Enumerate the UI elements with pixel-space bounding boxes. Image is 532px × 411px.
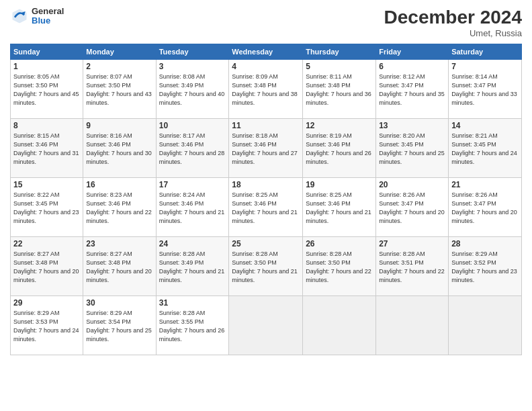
day-info: Sunrise: 8:27 AM Sunset: 3:48 PM Dayligh… [13, 250, 80, 285]
day-cell: 13Sunrise: 8:20 AM Sunset: 3:45 PM Dayli… [376, 119, 449, 178]
day-number: 8 [13, 121, 80, 130]
day-cell: 9Sunrise: 8:16 AM Sunset: 3:46 PM Daylig… [83, 119, 156, 178]
day-cell: 11Sunrise: 8:18 AM Sunset: 3:46 PM Dayli… [229, 119, 303, 178]
day-cell [303, 296, 376, 355]
day-info: Sunrise: 8:21 AM Sunset: 3:45 PM Dayligh… [451, 132, 519, 167]
col-header-wednesday: Wednesday [229, 44, 303, 60]
day-number: 30 [86, 298, 152, 308]
day-info: Sunrise: 8:29 AM Sunset: 3:52 PM Dayligh… [451, 250, 519, 285]
day-info: Sunrise: 8:28 AM Sunset: 3:51 PM Dayligh… [379, 250, 445, 285]
day-number: 28 [451, 239, 519, 248]
day-info: Sunrise: 8:12 AM Sunset: 3:47 PM Dayligh… [379, 73, 445, 107]
day-cell: 16Sunrise: 8:23 AM Sunset: 3:46 PM Dayli… [83, 178, 156, 237]
day-cell: 8Sunrise: 8:15 AM Sunset: 3:46 PM Daylig… [11, 119, 83, 178]
col-header-sunday: Sunday [11, 44, 83, 60]
week-row-4: 22Sunrise: 8:27 AM Sunset: 3:48 PM Dayli… [11, 237, 522, 296]
day-number: 17 [159, 180, 226, 189]
day-number: 24 [159, 239, 226, 248]
day-number: 19 [306, 180, 373, 189]
day-cell: 17Sunrise: 8:24 AM Sunset: 3:46 PM Dayli… [156, 178, 229, 237]
day-number: 26 [306, 239, 373, 248]
day-cell [376, 296, 449, 355]
day-number: 3 [159, 62, 226, 71]
day-cell: 1Sunrise: 8:05 AM Sunset: 3:50 PM Daylig… [11, 60, 83, 119]
day-cell: 25Sunrise: 8:28 AM Sunset: 3:50 PM Dayli… [229, 237, 303, 296]
header-row: SundayMondayTuesdayWednesdayThursdayFrid… [11, 44, 522, 60]
col-header-tuesday: Tuesday [156, 44, 229, 60]
day-info: Sunrise: 8:28 AM Sunset: 3:49 PM Dayligh… [159, 250, 226, 285]
day-info: Sunrise: 8:25 AM Sunset: 3:46 PM Dayligh… [232, 191, 300, 226]
calendar-table: SundayMondayTuesdayWednesdayThursdayFrid… [10, 44, 522, 355]
day-cell: 15Sunrise: 8:22 AM Sunset: 3:45 PM Dayli… [11, 178, 83, 237]
day-cell: 27Sunrise: 8:28 AM Sunset: 3:51 PM Dayli… [376, 237, 449, 296]
day-info: Sunrise: 8:23 AM Sunset: 3:46 PM Dayligh… [86, 191, 152, 226]
day-cell: 31Sunrise: 8:28 AM Sunset: 3:55 PM Dayli… [156, 296, 229, 355]
day-info: Sunrise: 8:28 AM Sunset: 3:50 PM Dayligh… [232, 250, 300, 285]
day-info: Sunrise: 8:24 AM Sunset: 3:46 PM Dayligh… [159, 191, 226, 226]
day-number: 1 [13, 62, 80, 71]
logo-general: General [32, 7, 64, 16]
col-header-thursday: Thursday [303, 44, 376, 60]
day-cell: 22Sunrise: 8:27 AM Sunset: 3:48 PM Dayli… [11, 237, 83, 296]
day-cell: 6Sunrise: 8:12 AM Sunset: 3:47 PM Daylig… [376, 60, 449, 119]
day-cell: 14Sunrise: 8:21 AM Sunset: 3:45 PM Dayli… [449, 119, 522, 178]
day-number: 12 [306, 121, 373, 130]
day-number: 27 [379, 239, 445, 248]
day-number: 11 [232, 121, 300, 130]
day-cell [449, 296, 522, 355]
day-info: Sunrise: 8:27 AM Sunset: 3:48 PM Dayligh… [86, 250, 152, 285]
day-cell: 7Sunrise: 8:14 AM Sunset: 3:47 PM Daylig… [449, 60, 522, 119]
day-info: Sunrise: 8:05 AM Sunset: 3:50 PM Dayligh… [13, 73, 80, 107]
day-info: Sunrise: 8:22 AM Sunset: 3:45 PM Dayligh… [13, 191, 80, 226]
title-section: December 2024 Umet, Russia [384, 7, 522, 38]
day-info: Sunrise: 8:18 AM Sunset: 3:46 PM Dayligh… [232, 132, 300, 167]
day-info: Sunrise: 8:09 AM Sunset: 3:48 PM Dayligh… [232, 73, 300, 107]
day-cell: 29Sunrise: 8:29 AM Sunset: 3:53 PM Dayli… [11, 296, 83, 355]
day-number: 9 [86, 121, 152, 130]
day-cell: 5Sunrise: 8:11 AM Sunset: 3:48 PM Daylig… [303, 60, 376, 119]
col-header-monday: Monday [83, 44, 156, 60]
day-number: 18 [232, 180, 300, 189]
day-cell: 20Sunrise: 8:26 AM Sunset: 3:47 PM Dayli… [376, 178, 449, 237]
day-info: Sunrise: 8:26 AM Sunset: 3:47 PM Dayligh… [451, 191, 519, 226]
day-info: Sunrise: 8:17 AM Sunset: 3:46 PM Dayligh… [159, 132, 226, 167]
logo: General Blue [10, 7, 64, 26]
day-info: Sunrise: 8:19 AM Sunset: 3:46 PM Dayligh… [306, 132, 373, 167]
day-cell: 3Sunrise: 8:08 AM Sunset: 3:49 PM Daylig… [156, 60, 229, 119]
day-cell: 12Sunrise: 8:19 AM Sunset: 3:46 PM Dayli… [303, 119, 376, 178]
day-cell: 4Sunrise: 8:09 AM Sunset: 3:48 PM Daylig… [229, 60, 303, 119]
day-info: Sunrise: 8:25 AM Sunset: 3:46 PM Dayligh… [306, 191, 373, 226]
day-info: Sunrise: 8:07 AM Sunset: 3:50 PM Dayligh… [86, 73, 152, 107]
day-cell: 24Sunrise: 8:28 AM Sunset: 3:49 PM Dayli… [156, 237, 229, 296]
day-info: Sunrise: 8:15 AM Sunset: 3:46 PM Dayligh… [13, 132, 80, 167]
calendar-page: General Blue December 2024 Umet, Russia … [0, 0, 532, 411]
day-number: 22 [13, 239, 80, 248]
month-title: December 2024 [384, 7, 522, 28]
day-number: 2 [86, 62, 152, 71]
day-number: 10 [159, 121, 226, 130]
day-info: Sunrise: 8:20 AM Sunset: 3:45 PM Dayligh… [379, 132, 445, 167]
day-number: 6 [379, 62, 445, 71]
day-info: Sunrise: 8:26 AM Sunset: 3:47 PM Dayligh… [379, 191, 445, 226]
day-number: 13 [379, 121, 445, 130]
day-number: 7 [451, 62, 519, 71]
day-info: Sunrise: 8:16 AM Sunset: 3:46 PM Dayligh… [86, 132, 152, 167]
day-cell: 28Sunrise: 8:29 AM Sunset: 3:52 PM Dayli… [449, 237, 522, 296]
day-info: Sunrise: 8:08 AM Sunset: 3:49 PM Dayligh… [159, 73, 226, 107]
day-number: 21 [451, 180, 519, 189]
day-cell: 30Sunrise: 8:29 AM Sunset: 3:54 PM Dayli… [83, 296, 156, 355]
day-info: Sunrise: 8:14 AM Sunset: 3:47 PM Dayligh… [451, 73, 519, 107]
day-number: 20 [379, 180, 445, 189]
day-info: Sunrise: 8:28 AM Sunset: 3:50 PM Dayligh… [306, 250, 373, 285]
day-cell: 26Sunrise: 8:28 AM Sunset: 3:50 PM Dayli… [303, 237, 376, 296]
week-row-2: 8Sunrise: 8:15 AM Sunset: 3:46 PM Daylig… [11, 119, 522, 178]
day-number: 31 [159, 298, 226, 308]
day-cell [229, 296, 303, 355]
logo-icon [10, 7, 29, 26]
logo-blue: Blue [32, 16, 64, 26]
day-info: Sunrise: 8:29 AM Sunset: 3:53 PM Dayligh… [13, 309, 80, 344]
day-number: 14 [451, 121, 519, 130]
week-row-1: 1Sunrise: 8:05 AM Sunset: 3:50 PM Daylig… [11, 60, 522, 119]
day-cell: 18Sunrise: 8:25 AM Sunset: 3:46 PM Dayli… [229, 178, 303, 237]
week-row-5: 29Sunrise: 8:29 AM Sunset: 3:53 PM Dayli… [11, 296, 522, 355]
